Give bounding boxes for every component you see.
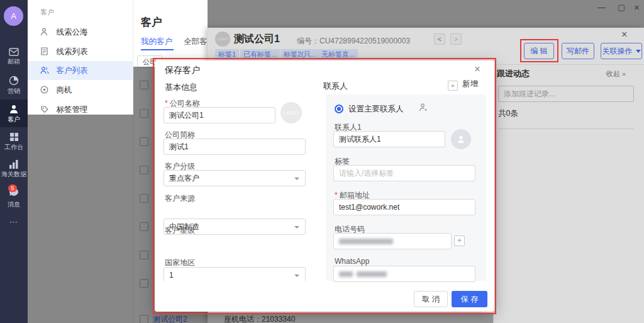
lead-list-icon bbox=[40, 43, 50, 62]
contact-panel: 设置主要联系人 联系人1 标签 *邮箱地址 电话号码 + WhatsApp bbox=[326, 94, 486, 281]
contact-avatar bbox=[451, 129, 471, 149]
window-minimize-button[interactable]: — bbox=[597, 3, 606, 12]
company-logo-placeholder[interactable]: LOGO bbox=[280, 102, 302, 123]
save-button[interactable]: 保 存 bbox=[452, 291, 487, 307]
nav-item-label: 线索公海 bbox=[56, 28, 87, 37]
plus-icon: + bbox=[448, 81, 458, 91]
cancel-button[interactable]: 取 消 bbox=[414, 291, 448, 307]
active-tab-underline bbox=[141, 49, 174, 50]
write-email-button[interactable]: 写邮件 bbox=[562, 43, 594, 59]
add-contact-button[interactable]: + 新增 bbox=[448, 79, 478, 91]
nav-sidebar-title: 客户 bbox=[40, 8, 54, 17]
basic-info-form: 基本信息 *公司名称 LOGO 公司简称 客户分级 重点客户 客户来源 中国制造… bbox=[155, 60, 316, 281]
row-checkbox[interactable] bbox=[140, 315, 148, 323]
masked-whatsapp-value bbox=[339, 271, 353, 277]
row-checkbox[interactable] bbox=[140, 137, 148, 146]
customer-tag[interactable]: 已有标签... bbox=[240, 49, 280, 60]
company-short-input[interactable] bbox=[164, 139, 306, 155]
sidebar-item-mail[interactable]: 邮箱 bbox=[0, 48, 28, 66]
required-asterisk: * bbox=[165, 99, 168, 108]
window-maximize-button[interactable]: ▢ bbox=[618, 3, 625, 12]
related-actions-button[interactable]: 关联操作 bbox=[601, 43, 642, 59]
masked-whatsapp-value bbox=[357, 271, 387, 277]
sidebar-more-icon[interactable]: ⋯ bbox=[0, 217, 28, 227]
customer-tag[interactable]: 标签1 bbox=[215, 49, 239, 60]
row-checkbox[interactable] bbox=[140, 194, 148, 203]
row-checkbox[interactable] bbox=[140, 109, 148, 118]
sidebar-item-label: 营销 bbox=[0, 87, 28, 96]
company-logo: LOGO bbox=[215, 31, 230, 47]
nav-item-label: 线索列表 bbox=[56, 47, 87, 56]
primary-contact-radio[interactable] bbox=[335, 105, 343, 113]
related-actions-label: 关联操作 bbox=[602, 47, 633, 55]
row-checkbox[interactable] bbox=[140, 279, 148, 288]
nav-item-customer-list[interactable]: 客户列表 bbox=[28, 61, 133, 80]
company-code-value: CU4728994220519000003 bbox=[319, 37, 410, 45]
phone-cell-text: 座机电话：21033340 bbox=[224, 314, 295, 323]
follow-up-input[interactable] bbox=[498, 86, 634, 102]
add-phone-button[interactable]: + bbox=[454, 235, 465, 246]
sidebar-item-workbench[interactable]: 工作台 bbox=[0, 132, 28, 152]
modal-close-icon[interactable]: × bbox=[474, 63, 480, 76]
next-customer-button[interactable]: > bbox=[450, 33, 462, 45]
collapse-link[interactable]: 收起 » bbox=[606, 69, 626, 79]
sidebar-item-customers[interactable]: 客户 bbox=[0, 99, 28, 127]
nav-sidebar: 客户 线索公海 线索列表 客户列表 商机 标签管理 bbox=[28, 0, 133, 323]
contact-whatsapp-label: WhatsApp bbox=[335, 257, 369, 266]
activity-divider bbox=[498, 128, 634, 129]
activity-title: 跟进动态 bbox=[497, 68, 530, 79]
required-asterisk: * bbox=[335, 191, 338, 200]
company-code-label: 编号： bbox=[297, 37, 319, 45]
app-window: A 邮箱 营销 客户 工作台 海关数据 5 消息 ⋯ bbox=[0, 0, 644, 323]
contact-email-input[interactable] bbox=[333, 199, 475, 215]
customer-link[interactable]: 测试公司2 bbox=[153, 314, 187, 323]
primary-contact-label: 设置主要联系人 bbox=[348, 104, 404, 115]
person-icon bbox=[9, 105, 19, 114]
nav-item-opportunity[interactable]: 商机 bbox=[28, 81, 133, 99]
add-contact-label: 新增 bbox=[462, 79, 478, 88]
customer-tag[interactable]: 无标签直... bbox=[318, 49, 358, 60]
lead-pool-icon bbox=[40, 24, 50, 43]
sidebar-item-label: 客户 bbox=[0, 115, 28, 124]
prev-customer-button[interactable]: < bbox=[434, 33, 445, 45]
customer-level-select[interactable]: 重点客户 bbox=[164, 170, 306, 186]
nav-item-tag-management[interactable]: 标签管理 bbox=[28, 100, 133, 119]
sidebar-item-marketing[interactable]: 营销 bbox=[0, 76, 28, 96]
company-name-input[interactable] bbox=[164, 107, 275, 123]
customer-tag[interactable]: 标签2(只... bbox=[280, 49, 319, 60]
activity-count: 共0条 bbox=[498, 108, 518, 119]
row-checkbox[interactable] bbox=[140, 81, 148, 89]
row-checkbox[interactable] bbox=[140, 251, 148, 259]
row-checkbox[interactable] bbox=[140, 166, 148, 174]
sidebar-item-messages[interactable]: 5 消息 bbox=[0, 188, 28, 209]
row-checkbox[interactable] bbox=[140, 222, 148, 231]
edit-button[interactable]: 编 辑 bbox=[524, 43, 554, 59]
drawer-close-icon[interactable]: × bbox=[621, 29, 627, 40]
sidebar-item-label: 工作台 bbox=[0, 143, 28, 152]
chevron-down-icon bbox=[636, 50, 641, 53]
contact-tag-input[interactable] bbox=[333, 165, 475, 181]
tab-my-customers[interactable]: 我的客户 bbox=[141, 37, 172, 47]
section-basic-info: 基本信息 bbox=[165, 82, 197, 93]
pie-chart-icon bbox=[9, 76, 19, 86]
section-contacts: 联系人 bbox=[323, 81, 348, 92]
window-close-button[interactable]: × bbox=[634, 2, 640, 13]
page-title: 客户 bbox=[141, 15, 162, 30]
company-name: 测试公司1 bbox=[234, 33, 280, 46]
message-badge: 5 bbox=[8, 184, 16, 192]
avatar[interactable]: A bbox=[4, 6, 23, 26]
company-code: 编号：CU4728994220519000003 bbox=[297, 36, 410, 47]
customer-star-select[interactable]: 1 bbox=[164, 267, 306, 281]
sidebar-item-label: 海关数据 bbox=[0, 170, 28, 179]
contact-phone-input[interactable] bbox=[333, 233, 452, 249]
field-label-customer-star: 客户星级 bbox=[165, 225, 195, 236]
nav-item-lead-list[interactable]: 线索列表 bbox=[28, 42, 133, 61]
opportunity-icon bbox=[40, 82, 50, 101]
nav-item-lead-pool[interactable]: 线索公海 bbox=[28, 23, 133, 42]
sidebar-item-customs-data[interactable]: 海关数据 bbox=[0, 160, 28, 179]
titlebar-dim: — ▢ × bbox=[208, 0, 644, 28]
person-icon bbox=[457, 135, 465, 144]
contact-whatsapp-input[interactable] bbox=[333, 266, 475, 282]
sidebar-item-label: 消息 bbox=[0, 200, 28, 209]
contact-name-input[interactable] bbox=[333, 131, 445, 147]
